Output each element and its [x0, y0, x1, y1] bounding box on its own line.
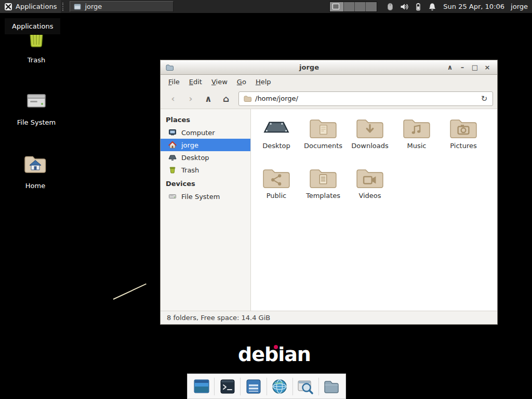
window-controls: ∧–□×	[445, 63, 493, 71]
window-titlebar[interactable]: jorge ∧–□×	[161, 60, 497, 75]
up-button[interactable]: ∧	[200, 91, 217, 106]
sidebar-item-label: Desktop	[181, 154, 209, 162]
dock-separator	[318, 378, 319, 395]
file-item-label: Desktop	[262, 142, 290, 150]
location-bar[interactable]: /home/jorge/ ↻	[238, 91, 493, 106]
forward-button[interactable]: ›	[182, 91, 199, 106]
file-item-label: Downloads	[351, 142, 388, 150]
dock-separator	[240, 378, 241, 395]
file-item-documents[interactable]: Documents	[300, 116, 346, 166]
file-item-downloads[interactable]: Downloads	[347, 116, 393, 166]
dock-separator	[267, 378, 267, 395]
file-item-pictures[interactable]: Pictures	[441, 116, 486, 166]
desktop-icon-home[interactable]: Home	[11, 152, 59, 190]
taskbar-window-button[interactable]: jorge	[70, 1, 174, 12]
folder-music-icon	[402, 116, 431, 141]
panel-clock[interactable]: Sun 25 Apr, 10:06	[443, 3, 504, 10]
drive-small-icon	[168, 192, 177, 201]
folder-document-icon	[309, 116, 338, 141]
file-item-videos[interactable]: Videos	[347, 166, 393, 216]
file-item-label: Videos	[358, 192, 381, 200]
workspace-3[interactable]	[355, 2, 366, 11]
home-red-icon	[168, 141, 177, 149]
file-item-public[interactable]: Public	[254, 166, 299, 216]
window-taskbar: jorge	[68, 0, 329, 13]
sidebar-item-file-system[interactable]: File System	[161, 190, 250, 203]
menu-go[interactable]: Go	[232, 76, 251, 87]
mouse-icon[interactable]	[385, 2, 395, 11]
menu-bar: FileEditViewGoHelp	[161, 75, 497, 88]
pathbar-folder-icon	[243, 95, 251, 103]
file-item-desktop[interactable]: Desktop	[254, 116, 299, 166]
menu-view[interactable]: View	[207, 76, 232, 87]
maximize-button[interactable]: □	[470, 63, 480, 71]
sidebar-item-label: Computer	[181, 129, 215, 137]
file-item-label: Music	[407, 142, 427, 150]
file-item-label: Public	[267, 192, 286, 200]
file-item-label: Documents	[304, 142, 342, 150]
debian-swirl-icon	[274, 345, 278, 349]
folder-video-icon	[355, 166, 384, 191]
desktop-icon-file-system[interactable]: File System	[12, 88, 60, 126]
applications-tooltip: Applications	[4, 18, 61, 35]
home-button[interactable]: ⌂	[218, 91, 234, 106]
location-path: /home/jorge/	[255, 95, 298, 102]
back-button[interactable]: ‹	[165, 91, 181, 106]
places-header: Places	[161, 112, 250, 126]
status-text: 8 folders, Free space: 14.4 GiB	[167, 314, 270, 322]
computer-icon	[168, 128, 177, 137]
workspace-2[interactable]	[344, 2, 355, 11]
sidebar-item-label: File System	[181, 193, 220, 201]
workspace-1[interactable]	[330, 2, 344, 11]
shade-button[interactable]: ∧	[445, 63, 455, 71]
file-grid: DesktopDocumentsDownloadsMusicPicturesPu…	[251, 109, 497, 311]
applications-menu-button[interactable]: Applications	[0, 0, 61, 13]
folder-share-icon	[262, 166, 291, 191]
titlebar-icon	[165, 63, 174, 72]
reload-button[interactable]: ↻	[478, 93, 490, 104]
toolbar: ‹ › ∧ ⌂ /home/jorge/ ↻	[161, 88, 497, 109]
sidebar-item-label: jorge	[181, 141, 198, 149]
taskbar-window-label: jorge	[85, 3, 102, 10]
file-item-templates[interactable]: Templates	[300, 166, 346, 216]
pager-window	[332, 4, 339, 9]
desktop-item-icon	[262, 116, 291, 141]
dock-terminal[interactable]	[217, 376, 238, 397]
desktop-small-icon	[168, 153, 177, 162]
folder-template-icon	[309, 166, 338, 191]
status-bar: 8 folders, Free space: 14.4 GiB	[161, 311, 497, 324]
places-list: ComputerjorgeDesktopTrash	[161, 126, 250, 176]
sidebar-item-desktop[interactable]: Desktop	[161, 151, 250, 164]
devices-header: Devices	[161, 176, 250, 190]
dock-file-manager[interactable]	[321, 376, 342, 397]
menu-file[interactable]: File	[164, 76, 184, 87]
volume-icon[interactable]	[400, 2, 409, 11]
menu-help[interactable]: Help	[251, 76, 276, 87]
sidebar-item-computer[interactable]: Computer	[161, 126, 250, 139]
close-button[interactable]: ×	[482, 63, 493, 71]
folder-download-icon	[355, 116, 384, 141]
power-icon[interactable]	[414, 2, 423, 11]
sidebar-item-jorge[interactable]: jorge	[161, 139, 250, 151]
panel-separator-handle	[62, 3, 66, 11]
desktop-line-artifact	[113, 284, 147, 300]
panel-user-label[interactable]: jorge	[511, 3, 528, 10]
file-item-label: Templates	[306, 192, 340, 200]
sidebar-item-trash[interactable]: Trash	[161, 164, 250, 176]
window-content: Places ComputerjorgeDesktopTrash Devices…	[161, 109, 497, 311]
folder-camera-icon	[449, 116, 478, 141]
filesystem-big-icon	[24, 88, 49, 115]
dock-app-finder[interactable]	[295, 376, 316, 397]
minimize-button[interactable]: –	[457, 63, 468, 71]
file-item-music[interactable]: Music	[394, 116, 440, 166]
taskbar-window-icon	[73, 3, 82, 11]
bottom-dock	[187, 374, 346, 399]
dock-show-desktop[interactable]	[191, 376, 212, 397]
dock-web-browser[interactable]	[269, 376, 290, 397]
dock-minimize-all[interactable]	[243, 376, 264, 397]
file-item-label: Pictures	[450, 142, 476, 150]
workspace-4[interactable]	[366, 2, 377, 11]
bell-icon[interactable]	[428, 2, 437, 11]
system-tray	[385, 2, 437, 11]
menu-edit[interactable]: Edit	[184, 76, 207, 87]
